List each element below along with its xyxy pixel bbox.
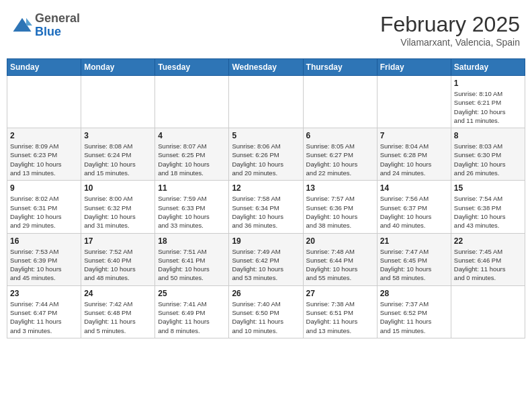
day-info: Sunrise: 7:53 AM Sunset: 6:39 PM Dayligh… (10, 247, 78, 283)
day-number: 13 (306, 183, 374, 193)
day-info: Sunrise: 8:05 AM Sunset: 6:27 PM Dayligh… (306, 142, 374, 177)
day-number: 2 (10, 131, 78, 140)
day-number: 6 (306, 131, 374, 140)
day-number: 17 (84, 236, 152, 246)
calendar-cell (451, 285, 525, 338)
logo-general: General (35, 12, 80, 26)
weekday-header-monday: Monday (81, 59, 155, 76)
day-info: Sunrise: 8:09 AM Sunset: 6:23 PM Dayligh… (10, 142, 78, 177)
weekday-header-tuesday: Tuesday (155, 59, 229, 76)
calendar-cell (377, 76, 451, 128)
day-number: 18 (158, 236, 226, 246)
logo-icon (12, 15, 32, 36)
day-info: Sunrise: 7:48 AM Sunset: 6:44 PM Dayligh… (306, 247, 374, 283)
title-block: February 2025 Vilamarxant, Valencia, Spa… (375, 7, 525, 53)
day-number: 22 (454, 236, 522, 246)
day-number: 9 (10, 183, 78, 193)
calendar-cell: 17Sunrise: 7:52 AM Sunset: 6:40 PM Dayli… (81, 233, 155, 285)
calendar-cell: 22Sunrise: 7:45 AM Sunset: 6:46 PM Dayli… (451, 233, 525, 285)
day-number: 19 (232, 236, 300, 246)
calendar-cell: 7Sunrise: 8:04 AM Sunset: 6:28 PM Daylig… (377, 128, 451, 181)
calendar-cell (155, 76, 229, 128)
day-info: Sunrise: 7:47 AM Sunset: 6:45 PM Dayligh… (380, 247, 448, 283)
day-info: Sunrise: 7:56 AM Sunset: 6:37 PM Dayligh… (380, 194, 448, 230)
week-row-1: 1Sunrise: 8:10 AM Sunset: 6:21 PM Daylig… (7, 76, 525, 128)
day-number: 1 (454, 79, 522, 88)
calendar-cell: 12Sunrise: 7:58 AM Sunset: 6:34 PM Dayli… (229, 181, 303, 233)
calendar-cell (7, 76, 81, 128)
day-number: 8 (454, 131, 522, 140)
day-info: Sunrise: 8:06 AM Sunset: 6:26 PM Dayligh… (232, 142, 300, 177)
day-info: Sunrise: 7:40 AM Sunset: 6:50 PM Dayligh… (232, 300, 300, 335)
day-info: Sunrise: 7:58 AM Sunset: 6:34 PM Dayligh… (232, 194, 300, 230)
day-number: 11 (158, 183, 226, 193)
day-number: 15 (454, 183, 522, 193)
calendar-cell: 2Sunrise: 8:09 AM Sunset: 6:23 PM Daylig… (7, 128, 81, 181)
calendar-cell: 19Sunrise: 7:49 AM Sunset: 6:42 PM Dayli… (229, 233, 303, 285)
calendar-cell: 28Sunrise: 7:37 AM Sunset: 6:52 PM Dayli… (377, 285, 451, 338)
day-info: Sunrise: 7:42 AM Sunset: 6:48 PM Dayligh… (84, 300, 152, 335)
day-number: 21 (380, 236, 448, 246)
weekday-header-sunday: Sunday (7, 59, 81, 76)
month-year: February 2025 (380, 12, 520, 37)
day-number: 7 (380, 131, 448, 140)
calendar-cell: 15Sunrise: 7:54 AM Sunset: 6:38 PM Dayli… (451, 181, 525, 233)
day-number: 24 (84, 289, 152, 298)
day-info: Sunrise: 7:59 AM Sunset: 6:33 PM Dayligh… (158, 194, 226, 230)
logo-text: General Blue (35, 12, 80, 39)
calendar-cell (303, 76, 377, 128)
calendar-cell: 27Sunrise: 7:38 AM Sunset: 6:51 PM Dayli… (303, 285, 377, 338)
day-info: Sunrise: 7:44 AM Sunset: 6:47 PM Dayligh… (10, 300, 78, 335)
day-info: Sunrise: 8:04 AM Sunset: 6:28 PM Dayligh… (380, 142, 448, 177)
day-info: Sunrise: 7:49 AM Sunset: 6:42 PM Dayligh… (232, 247, 300, 283)
calendar-cell: 23Sunrise: 7:44 AM Sunset: 6:47 PM Dayli… (7, 285, 81, 338)
calendar-cell: 26Sunrise: 7:40 AM Sunset: 6:50 PM Dayli… (229, 285, 303, 338)
calendar-cell: 18Sunrise: 7:51 AM Sunset: 6:41 PM Dayli… (155, 233, 229, 285)
weekday-header-thursday: Thursday (303, 59, 377, 76)
calendar-cell: 24Sunrise: 7:42 AM Sunset: 6:48 PM Dayli… (81, 285, 155, 338)
logo: General Blue (7, 7, 85, 44)
day-number: 27 (306, 289, 374, 298)
calendar-cell (229, 76, 303, 128)
calendar-cell: 21Sunrise: 7:47 AM Sunset: 6:45 PM Dayli… (377, 233, 451, 285)
day-number: 3 (84, 131, 152, 140)
calendar-cell: 14Sunrise: 7:56 AM Sunset: 6:37 PM Dayli… (377, 181, 451, 233)
day-info: Sunrise: 7:51 AM Sunset: 6:41 PM Dayligh… (158, 247, 226, 283)
week-row-2: 2Sunrise: 8:09 AM Sunset: 6:23 PM Daylig… (7, 128, 525, 181)
day-number: 14 (380, 183, 448, 193)
day-info: Sunrise: 7:38 AM Sunset: 6:51 PM Dayligh… (306, 300, 374, 335)
calendar-cell: 8Sunrise: 8:03 AM Sunset: 6:30 PM Daylig… (451, 128, 525, 181)
calendar-cell: 10Sunrise: 8:00 AM Sunset: 6:32 PM Dayli… (81, 181, 155, 233)
logo-blue: Blue (35, 26, 80, 39)
day-number: 28 (380, 289, 448, 298)
day-info: Sunrise: 7:57 AM Sunset: 6:36 PM Dayligh… (306, 194, 374, 230)
day-number: 5 (232, 131, 300, 140)
day-number: 23 (10, 289, 78, 298)
calendar-cell: 3Sunrise: 8:08 AM Sunset: 6:24 PM Daylig… (81, 128, 155, 181)
calendar-cell: 1Sunrise: 8:10 AM Sunset: 6:21 PM Daylig… (451, 76, 525, 128)
day-number: 10 (84, 183, 152, 193)
day-info: Sunrise: 7:54 AM Sunset: 6:38 PM Dayligh… (454, 194, 522, 230)
day-info: Sunrise: 7:45 AM Sunset: 6:46 PM Dayligh… (454, 247, 522, 283)
week-row-5: 23Sunrise: 7:44 AM Sunset: 6:47 PM Dayli… (7, 285, 525, 338)
calendar-cell: 16Sunrise: 7:53 AM Sunset: 6:39 PM Dayli… (7, 233, 81, 285)
day-number: 16 (10, 236, 78, 246)
location: Vilamarxant, Valencia, Spain (380, 37, 520, 48)
day-info: Sunrise: 8:10 AM Sunset: 6:21 PM Dayligh… (454, 89, 522, 125)
calendar-cell: 11Sunrise: 7:59 AM Sunset: 6:33 PM Dayli… (155, 181, 229, 233)
day-number: 25 (158, 289, 226, 298)
calendar-cell: 9Sunrise: 8:02 AM Sunset: 6:31 PM Daylig… (7, 181, 81, 233)
weekday-header-friday: Friday (377, 59, 451, 76)
calendar-cell: 4Sunrise: 8:07 AM Sunset: 6:25 PM Daylig… (155, 128, 229, 181)
week-row-3: 9Sunrise: 8:02 AM Sunset: 6:31 PM Daylig… (7, 181, 525, 233)
day-info: Sunrise: 7:52 AM Sunset: 6:40 PM Dayligh… (84, 247, 152, 283)
day-info: Sunrise: 7:37 AM Sunset: 6:52 PM Dayligh… (380, 300, 448, 335)
day-number: 20 (306, 236, 374, 246)
calendar-cell: 25Sunrise: 7:41 AM Sunset: 6:49 PM Dayli… (155, 285, 229, 338)
day-info: Sunrise: 8:02 AM Sunset: 6:31 PM Dayligh… (10, 194, 78, 230)
svg-marker-1 (26, 18, 32, 26)
calendar-cell: 5Sunrise: 8:06 AM Sunset: 6:26 PM Daylig… (229, 128, 303, 181)
day-info: Sunrise: 8:03 AM Sunset: 6:30 PM Dayligh… (454, 142, 522, 177)
calendar-cell: 20Sunrise: 7:48 AM Sunset: 6:44 PM Dayli… (303, 233, 377, 285)
day-info: Sunrise: 8:08 AM Sunset: 6:24 PM Dayligh… (84, 142, 152, 177)
